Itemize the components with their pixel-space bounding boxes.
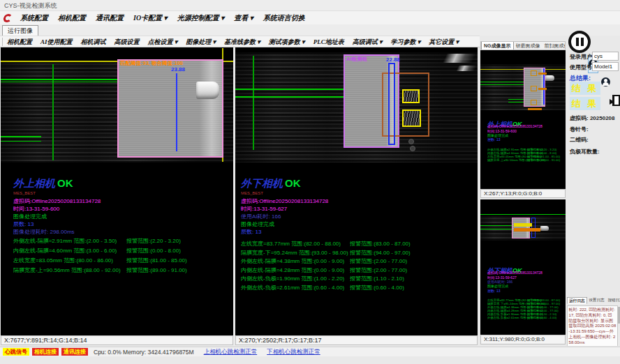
- lower-camera-heartbeat-link[interactable]: 下相机心跳检测正常: [267, 348, 320, 356]
- exit-door-icon: [612, 95, 620, 106]
- tool-ai-use-config[interactable]: AI使用配置: [36, 36, 77, 47]
- tool-baseline-params[interactable]: 基准线参数 ▾: [220, 36, 265, 47]
- mes-status-text: MES_BEST: [13, 191, 36, 195]
- measurement-row: 左线宽度=83.05mm 范围:(80.00 - 86.00)报警范围:(81.…: [13, 257, 230, 266]
- pixel-coordinates-text: X:311;Y:980;R:0;G:0;B:0: [484, 336, 545, 342]
- menu-camera-config[interactable]: 相机配置: [53, 11, 91, 24]
- menu-language-switch[interactable]: 系统语言切换: [258, 11, 310, 24]
- highlight-streak: [443, 54, 476, 63]
- log-output-box: 耗时: 222, 凹陷检测耗时: 17, 凹陷分离耗时: 0, 凹陷提取分区耗时…: [567, 305, 618, 346]
- layer-count-text: 层数: 13: [13, 220, 34, 228]
- login-user-field[interactable]: cys: [592, 52, 619, 61]
- pause-button[interactable]: [568, 31, 591, 53]
- status-bar: 心跳信号 相机连接 通讯连接 Cpu: 0.0% Memory: 3424.41…: [0, 347, 620, 356]
- measurement-row: 外侧左线-隔膜=4.38mm 范围:(0.00 - 9.00)报警范围:(2.0…: [241, 257, 471, 266]
- menu-io-config[interactable]: IO卡配置 ▾: [128, 11, 172, 24]
- measurement-text: 内侧左线-负极=1.90mm 范围:(1.00 - 2.20): [241, 275, 350, 284]
- ng-camera-viewport[interactable]: 外上相机OK 虚拟码:OffIine20250208133134728 时间:1…: [480, 50, 566, 189]
- yellow-tab-box: [402, 109, 421, 127]
- tool-image-process[interactable]: 图像处理 ▾: [182, 36, 220, 47]
- left-camera-viewport[interactable]: 匹配阈值:93, 吻合阈值:100 23.88 外上相机OK MES_BEST …: [1, 47, 233, 335]
- exit-button[interactable]: [612, 91, 620, 109]
- screw-head: [408, 139, 414, 144]
- tab-run-image[interactable]: 运行图像: [2, 25, 38, 36]
- upper-camera-heartbeat-link[interactable]: 上相机心跳检测正常: [204, 348, 258, 356]
- measurement-text: 内侧左线-隔膜=4.60mm 范围:(3.00 - 6.00): [13, 247, 126, 257]
- blue-measure-line: [176, 73, 177, 151]
- tool-advanced-settings[interactable]: 高级设置: [110, 36, 144, 47]
- layer-count-text: 层数: 13: [487, 289, 566, 293]
- measurement-text: 左线宽度=83.05mm 范围:(80.00 - 86.00): [13, 257, 126, 266]
- measurement-row: 内侧左线-隔膜=4.28mm 范围:(0.00 - 9.00)报警范围:(2.0…: [241, 266, 471, 275]
- virtual-code-text: 虚拟码:OffIine20250208133134728: [241, 197, 328, 205]
- measurement-row: 外侧左线-隔膜=2.91mm 范围:(2.00 - 3.50)报警范围:(2.2…: [13, 237, 230, 247]
- model-field[interactable]: Model1: [592, 62, 619, 71]
- result-text: 结 果: [572, 98, 599, 109]
- menu-bar: 系统配置 相机配置 通讯配置 IO卡配置 ▾ 光源控制配置 ▾ 查看 ▾ 系统语…: [0, 11, 620, 24]
- green-baseline: [508, 99, 524, 100]
- tab-settings-log[interactable]: 设置日志: [587, 297, 606, 304]
- measurement-row: 内侧左线-负极=1.90mm 范围:(1.00 - 2.20)报警范围:(1.1…: [241, 275, 471, 284]
- tab-ng-display[interactable]: NG成像显示: [481, 41, 514, 50]
- menu-view[interactable]: 查看 ▾: [229, 11, 258, 24]
- alarm-range-text: 报警范围:(0.60 - 4.00): [527, 316, 556, 319]
- time-text: 时间:13-31-59-600: [13, 205, 59, 213]
- tab-grind-face[interactable]: 研磨面成像: [514, 42, 542, 50]
- app-logo-icon: [3, 14, 13, 22]
- tab-front-scan[interactable]: 前扫面成像: [542, 42, 566, 50]
- measurement-row: 内侧左线-隔膜=4.60mm 范围:(3.00 - 6.00)报警范围:(0.0…: [13, 247, 230, 257]
- alarm-range-text: 报警范围:(94.00 - 97.00): [350, 249, 411, 258]
- cpu-memory-text: Cpu: 0.0% Memory: 3424.41796875M: [94, 349, 194, 356]
- tool-camera-debug[interactable]: 相机调试: [77, 36, 110, 47]
- middle-camera-viewport[interactable]: AI检测框 22.88 外下相机OK MES_BEST 虚拟码:OffIine2…: [235, 47, 478, 335]
- tab-connector-image: [540, 226, 549, 231]
- menu-system-config[interactable]: 系统配置: [15, 11, 53, 24]
- green-vertical-baseline: [253, 56, 254, 150]
- tab-run-log[interactable]: 运行日志: [567, 297, 587, 304]
- menu-light-config[interactable]: 光源控制配置 ▾: [172, 11, 230, 24]
- green-baseline: [480, 82, 524, 82]
- alarm-range-text: 报警范围:(1.10 - 2.10): [350, 275, 404, 284]
- user-switch-button[interactable]: [600, 73, 611, 91]
- screw-head: [410, 146, 415, 151]
- blue-measure-box: [388, 63, 395, 145]
- log-text: 耗时: 222, 凹陷检测耗时: 17, 凹陷分离耗时: 0, 凹陷提取分区耗时…: [568, 306, 617, 346]
- measurement-text: 左线宽度=83.77mm 范围:(82.00 - 88.00): [241, 240, 350, 249]
- alarm-range-text: 报警范围:(2.20 - 3.20): [126, 237, 181, 247]
- ng-panel-tab-strip: NG成像显示 研磨面成像 前扫面成像: [480, 41, 566, 50]
- tab-error-log[interactable]: 报错日志: [606, 297, 620, 304]
- pixel-coordinates-text: X:270;Y:2502;R:17;G:17;B:17: [239, 337, 322, 344]
- measurement-text: 外侧左线-负极=2.61mm 范围:(0.60 - 4.00): [487, 316, 527, 319]
- measure-value-label: 23.88: [171, 66, 185, 73]
- result-text: 结 果: [572, 83, 599, 93]
- tool-other-settings[interactable]: 其它设置 ▾: [425, 36, 463, 47]
- highlight-streak: [456, 66, 477, 71]
- orange-marker-box: [531, 70, 537, 76]
- measurement-row: 左线宽度=83.77mm 范围:(82.00 - 88.00)报警范围:(83.…: [241, 240, 471, 249]
- middle-measurement-list: 左线宽度=83.77mm 范围:(82.00 - 88.00)报警范围:(83.…: [241, 240, 471, 293]
- mes-status-text: MES_BEST: [241, 191, 263, 195]
- second-camera-viewport[interactable]: 外下相机OK 虚拟码:OffIine20250208133134728 时间:1…: [480, 199, 566, 335]
- yellow-tab-box: [402, 89, 420, 103]
- tool-advanced-debug[interactable]: 高级调试 ▾: [348, 36, 387, 47]
- alarm-range-text: 报警范围:(0.00 - 8.00): [126, 247, 181, 257]
- orange-marker-box: [531, 100, 537, 105]
- tool-test-params[interactable]: 测试项参数 ▾: [265, 36, 309, 47]
- tool-learning-params[interactable]: 学习参数 ▾: [386, 36, 425, 47]
- tool-plc-address[interactable]: PLC地址表: [309, 36, 348, 47]
- tool-camera-config[interactable]: 相机配置: [3, 36, 36, 47]
- virtual-code-caption: 虚拟码:: [570, 115, 589, 121]
- window-title: CYS-视觉检测系统: [4, 2, 57, 9]
- ng-pixel-coordinate-bar: X:267;Y:13;R:0;G:0;B:0: [480, 189, 566, 198]
- green-baseline: [480, 214, 566, 215]
- yellow-reference-line: [480, 69, 566, 70]
- menu-comm-config[interactable]: 通讯配置: [91, 11, 128, 24]
- alarm-range-text: 报警范围:(2.00 - 77.00): [350, 266, 407, 275]
- yellow-highlight-label: [514, 223, 532, 227]
- pin-number-label: 卷针号:: [570, 126, 589, 133]
- orange-value-mark: [528, 108, 542, 110]
- green-baseline: [480, 84, 524, 85]
- user-icon: [601, 77, 610, 86]
- tool-spot-check[interactable]: 点检设置 ▾: [144, 36, 182, 47]
- orange-value-mark: [538, 88, 547, 90]
